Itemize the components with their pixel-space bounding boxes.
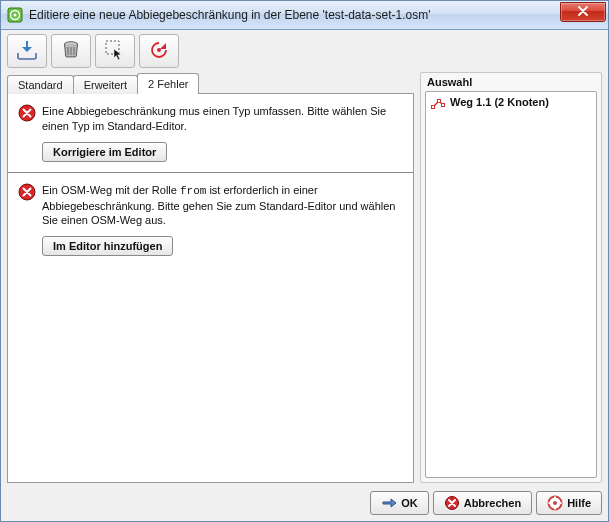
selection-title: Auswahl [425,75,597,91]
errors-panel: Eine Abbiegebeschränkung mus einen Typ u… [7,93,414,483]
trash-button[interactable] [51,34,91,68]
button-label: Hilfe [567,497,591,509]
selection-item-label: Weg 1.1 (2 Knoten) [450,96,549,108]
svg-point-13 [553,501,557,505]
refresh-icon [148,39,170,63]
svg-rect-8 [432,106,435,109]
dialog-buttons: OK Abbrechen Hilfe [1,487,608,521]
content-area: Standard Erweitert 2 Fehler Eine Abbiege… [1,70,608,487]
tab-advanced[interactable]: Erweitert [73,75,138,94]
error-body: Eine Abbiegebeschränkung mus einen Typ u… [42,104,403,162]
error-icon [18,183,36,201]
help-button[interactable]: Hilfe [536,491,602,515]
selection-icon [104,39,126,63]
cancel-button[interactable]: Abbrechen [433,491,532,515]
button-label: Korrigiere im Editor [53,146,156,158]
error-item: Ein OSM-Weg mit der Rolle from ist erfor… [8,172,413,267]
cancel-icon [444,495,460,511]
toolbar [1,30,608,70]
app-icon [7,7,23,23]
svg-rect-9 [438,100,441,103]
left-pane: Standard Erweitert 2 Fehler Eine Abbiege… [7,72,414,483]
fix-in-editor-button[interactable]: Korrigiere im Editor [42,142,167,162]
way-icon [430,94,446,110]
ok-button[interactable]: OK [370,491,429,515]
button-label: Im Editor hinzufügen [53,240,162,252]
tab-standard[interactable]: Standard [7,75,74,94]
svg-point-5 [157,48,161,52]
dialog-window: Editiere eine neue Abbiegebeschränkung i… [0,0,609,522]
window-title: Editiere eine neue Abbiegebeschränkung i… [29,8,554,22]
download-icon [16,39,38,63]
ok-icon [381,495,397,511]
error-item: Eine Abbiegebeschränkung mus einen Typ u… [8,94,413,172]
svg-point-2 [14,14,17,17]
error-message: Ein OSM-Weg mit der Rolle from ist erfor… [42,183,403,229]
error-body: Ein OSM-Weg mit der Rolle from ist erfor… [42,183,403,257]
button-label: OK [401,497,418,509]
tab-bar: Standard Erweitert 2 Fehler [7,72,414,94]
close-icon [578,6,588,18]
download-button[interactable] [7,34,47,68]
error-code: from [180,185,206,197]
selection-item[interactable]: Weg 1.1 (2 Knoten) [426,92,596,112]
close-button[interactable] [560,2,606,22]
button-label: Abbrechen [464,497,521,509]
error-icon [18,104,36,122]
selection-panel: Auswahl Weg 1.1 (2 Knoten) [420,72,602,483]
selection-list[interactable]: Weg 1.1 (2 Knoten) [425,91,597,478]
add-in-editor-button[interactable]: Im Editor hinzufügen [42,236,173,256]
refresh-button[interactable] [139,34,179,68]
svg-rect-10 [442,104,445,107]
error-message: Eine Abbiegebeschränkung mus einen Typ u… [42,104,403,134]
help-icon [547,495,563,511]
select-button[interactable] [95,34,135,68]
trash-icon [60,39,82,63]
title-bar: Editiere eine neue Abbiegebeschränkung i… [1,1,608,30]
tab-errors[interactable]: 2 Fehler [137,73,199,94]
error-text-part: Ein OSM-Weg mit der Rolle [42,184,180,196]
